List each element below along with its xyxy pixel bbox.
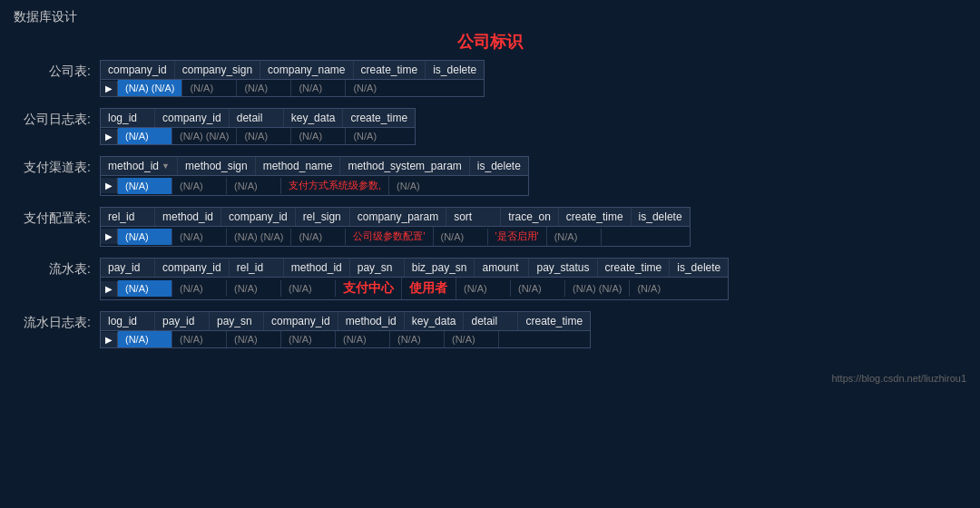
body-key-data2: (N/A) xyxy=(390,331,445,347)
row-arrow2: ▶ xyxy=(101,129,118,144)
body-rel-id2: (N/A) xyxy=(227,280,281,297)
body-company-name: (N/A) xyxy=(237,80,291,96)
col-pay-sn2: pay_sn xyxy=(210,312,264,330)
body-rel-id: (N/A) xyxy=(118,229,172,245)
col-is-delete3: is_delete xyxy=(632,208,690,226)
col-rel-id2: rel_id xyxy=(230,259,284,277)
company-table: company_id company_sign company_name cre… xyxy=(100,60,485,97)
body-detail2: (N/A) xyxy=(445,331,499,347)
company-log-table: log_id company_id detail key_data create… xyxy=(100,108,416,145)
body-company-id3: (N/A) (N/A) xyxy=(227,229,291,245)
body-pay-id2: (N/A) xyxy=(172,331,227,347)
col-method-name: method_name xyxy=(256,157,341,175)
company-log-header: log_id company_id detail key_data create… xyxy=(101,109,415,128)
col-company-id5: company_id xyxy=(264,312,338,330)
col-amount: amount xyxy=(475,259,529,277)
body-rel-sign: (N/A) xyxy=(291,229,346,245)
flow-log-table: log_id pay_id pay_sn company_id method_i… xyxy=(100,311,591,348)
flow-table-header: pay_id company_id rel_id method_id pay_s… xyxy=(101,259,728,278)
body-method-sign: (N/A) xyxy=(172,178,227,194)
col-create-time2: create_time xyxy=(343,109,415,127)
body-log-id: (N/A) xyxy=(118,128,172,144)
col-company-param: company_param xyxy=(350,208,446,226)
body-sort: (N/A) xyxy=(434,229,488,245)
payment-config-table: rel_id method_id company_id rel_sign com… xyxy=(100,207,691,247)
col-pay-id2: pay_id xyxy=(155,312,210,330)
col-method-sign: method_sign xyxy=(178,157,256,175)
body-method-id4: (N/A) xyxy=(336,331,390,347)
body-company-id: (N/A) (N/A) xyxy=(118,80,182,96)
payment-config-label: 支付配置表: xyxy=(18,207,100,227)
col-create-time5: create_time xyxy=(518,312,590,330)
row-arrow5: ▶ xyxy=(101,281,118,297)
body-method-id2: (N/A) xyxy=(172,229,227,245)
row-arrow4: ▶ xyxy=(101,229,118,244)
body-company-param: 公司级参数配置' xyxy=(346,227,433,246)
body-detail: (N/A) xyxy=(237,128,291,144)
body-is-delete3 xyxy=(602,234,656,239)
col-company-id: company_id xyxy=(101,61,175,79)
col-method-id2: method_id xyxy=(155,208,221,226)
col-detail: detail xyxy=(230,109,284,127)
body-amount: (N/A) xyxy=(456,280,511,297)
payment-channel-table: method_id ▼ method_sign method_name meth… xyxy=(100,156,529,196)
company-log-table-label: 公司日志表: xyxy=(18,108,100,128)
company-log-body: ▶ (N/A) (N/A) (N/A) (N/A) (N/A) (N/A) xyxy=(101,128,415,144)
body-create-time: (N/A) xyxy=(291,80,346,96)
col-create-time3: create_time xyxy=(559,208,632,226)
col-detail2: detail xyxy=(464,312,518,330)
company-table-header: company_id company_sign company_name cre… xyxy=(101,61,484,80)
col-pay-sn: pay_sn xyxy=(350,259,405,277)
body-trace-on: '是否启用' xyxy=(488,227,547,246)
col-method-id: method_id ▼ xyxy=(101,157,178,175)
body-method-id3: (N/A) xyxy=(281,280,336,297)
body-pay-sn: 支付中心 xyxy=(336,278,402,299)
body-company-id5: (N/A) xyxy=(281,331,336,347)
body-company-id4: (N/A) xyxy=(172,280,227,297)
payment-channel-table-row: 支付渠道表: method_id ▼ method_sign method_na… xyxy=(18,156,962,196)
payment-config-table-row: 支付配置表: rel_id method_id company_id rel_s… xyxy=(18,207,962,247)
body-log-id2: (N/A) xyxy=(118,331,172,347)
body-pay-status: (N/A) xyxy=(511,280,565,297)
col-create-time4: create_time xyxy=(598,259,671,277)
flow-table-body: ▶ (N/A) (N/A) (N/A) (N/A) 支付中心 使用者 (N/A)… xyxy=(101,278,728,299)
watermark: https://blog.csdn.net/liuzhirou1 xyxy=(0,368,980,388)
center-label: 公司标识 xyxy=(0,31,980,53)
page-title: 数据库设计 xyxy=(0,0,980,31)
col-create-time: create_time xyxy=(354,61,426,79)
payment-config-body: ▶ (N/A) (N/A) (N/A) (N/A) (N/A) 公司级参数配置'… xyxy=(101,227,690,246)
body-method-id: (N/A) xyxy=(118,178,172,194)
company-table-body: ▶ (N/A) (N/A) (N/A) (N/A) (N/A) (N/A) xyxy=(101,80,484,96)
body-is-delete4: (N/A) xyxy=(630,280,684,297)
body-company-id2: (N/A) (N/A) xyxy=(172,128,237,144)
col-method-system-param: method_system_param xyxy=(340,157,469,175)
col-method-id4: method_id xyxy=(338,312,405,330)
col-company-id4: company_id xyxy=(155,259,230,277)
col-pay-status: pay_status xyxy=(529,259,597,277)
company-table-label: 公司表: xyxy=(18,60,100,80)
col-method-id3: method_id xyxy=(284,259,350,277)
col-key-data: key_data xyxy=(284,109,344,127)
col-company-sign: company_sign xyxy=(175,61,260,79)
body-pay-id: (N/A) xyxy=(118,280,172,297)
payment-channel-body: ▶ (N/A) (N/A) (N/A) 支付方式系统级参数, (N/A) xyxy=(101,176,528,195)
payment-channel-header: method_id ▼ method_sign method_name meth… xyxy=(101,157,528,176)
body-is-delete2: (N/A) xyxy=(389,178,444,194)
company-log-table-row: 公司日志表: log_id company_id detail key_data… xyxy=(18,108,962,145)
flow-table-row: 流水表: pay_id company_id rel_id method_id … xyxy=(18,258,962,300)
flow-log-header: log_id pay_id pay_sn company_id method_i… xyxy=(101,312,590,331)
body-biz-pay-sn: 使用者 xyxy=(402,278,456,299)
col-trace-on: trace_on xyxy=(501,208,559,226)
col-company-id2: company_id xyxy=(155,109,230,127)
flow-table-label: 流水表: xyxy=(18,258,100,278)
body-pay-sn2: (N/A) xyxy=(227,331,281,347)
col-is-delete4: is_delete xyxy=(670,259,728,277)
payment-config-header: rel_id method_id company_id rel_sign com… xyxy=(101,208,690,227)
body-method-name: (N/A) xyxy=(227,178,281,194)
payment-channel-label: 支付渠道表: xyxy=(18,156,100,176)
sort-arrow-icon: ▼ xyxy=(162,161,170,171)
company-table-row: 公司表: company_id company_sign company_nam… xyxy=(18,60,962,97)
col-log-id2: log_id xyxy=(101,312,155,330)
col-log-id: log_id xyxy=(101,109,155,127)
col-biz-pay-sn: biz_pay_sn xyxy=(405,259,475,277)
